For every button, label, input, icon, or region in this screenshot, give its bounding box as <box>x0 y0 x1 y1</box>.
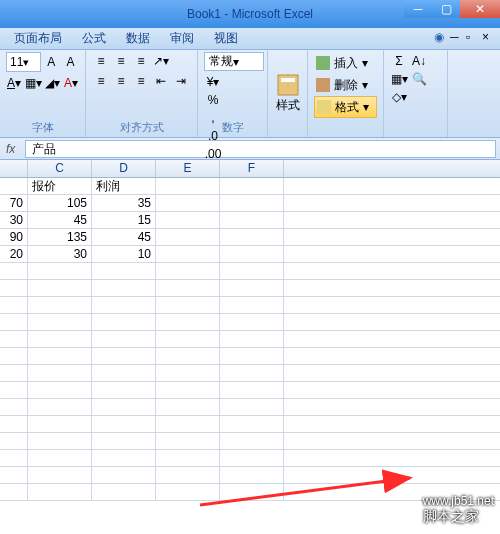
indent-right-icon[interactable]: ⇥ <box>172 72 190 90</box>
align-center-icon[interactable]: ≡ <box>112 72 130 90</box>
table-row[interactable] <box>0 467 500 484</box>
close-workbook-icon[interactable]: × <box>482 30 496 44</box>
align-middle-icon[interactable]: ≡ <box>112 52 130 70</box>
col-f[interactable]: F <box>220 160 284 177</box>
table-row[interactable] <box>0 382 500 399</box>
table-row[interactable] <box>0 331 500 348</box>
tab-view[interactable]: 视图 <box>204 27 248 50</box>
table-row[interactable]: 报价 利润 <box>0 178 500 195</box>
table-row[interactable] <box>0 297 500 314</box>
svg-rect-4 <box>317 100 331 114</box>
align-right-icon[interactable]: ≡ <box>132 72 150 90</box>
number-group: 常规 ▾ ¥▾ % , .0 .00 数字 <box>198 50 268 137</box>
tab-review[interactable]: 审阅 <box>160 27 204 50</box>
watermark: www.jb51.net 脚本之家 <box>423 494 494 526</box>
styles-icon <box>276 73 300 97</box>
title-bar: Book1 - Microsoft Excel ─ ▢ ✕ <box>0 0 500 28</box>
orientation-icon[interactable]: ↗▾ <box>152 52 170 70</box>
window-title: Book1 - Microsoft Excel <box>187 7 313 21</box>
table-row[interactable]: 7010535 <box>0 195 500 212</box>
editing-group: ΣA↓ ▦▾🔍 ◇▾ <box>384 50 448 137</box>
maximize-button[interactable]: ▢ <box>432 0 460 18</box>
table-row[interactable]: 9013545 <box>0 229 500 246</box>
close-button[interactable]: ✕ <box>460 0 500 18</box>
col-d[interactable]: D <box>92 160 156 177</box>
tab-pagelayout[interactable]: 页面布局 <box>4 27 72 50</box>
autosum-icon[interactable]: Σ <box>390 52 408 70</box>
delete-icon <box>316 78 330 92</box>
shrink-font-icon[interactable]: A <box>62 53 79 71</box>
number-group-label: 数字 <box>198 120 267 135</box>
minimize-ribbon-icon[interactable]: ─ <box>450 30 464 44</box>
percent-icon[interactable]: % <box>204 91 222 109</box>
table-row[interactable] <box>0 416 500 433</box>
align-bottom-icon[interactable]: ≡ <box>132 52 150 70</box>
indent-left-icon[interactable]: ⇤ <box>152 72 170 90</box>
align-left-icon[interactable]: ≡ <box>92 72 110 90</box>
fx-icon[interactable]: fx <box>0 142 21 156</box>
col-e[interactable]: E <box>156 160 220 177</box>
table-row[interactable] <box>0 263 500 280</box>
table-row[interactable] <box>0 314 500 331</box>
svg-rect-2 <box>316 56 330 70</box>
sort-icon[interactable]: A↓ <box>410 52 428 70</box>
font-group: 11 ▾ A A A▾ ▦▾ ◢▾ A▾ 字体 <box>0 50 86 137</box>
font-color-icon[interactable]: A▾ <box>63 74 79 92</box>
table-row[interactable] <box>0 433 500 450</box>
fill-icon[interactable]: ▦▾ <box>390 70 408 88</box>
table-row[interactable]: 203010 <box>0 246 500 263</box>
grow-font-icon[interactable]: A <box>43 53 60 71</box>
column-headers: C D E F <box>0 160 500 178</box>
format-icon <box>317 100 331 114</box>
restore-window-icon[interactable]: ▫ <box>466 30 480 44</box>
minimize-button[interactable]: ─ <box>404 0 432 18</box>
clear-icon[interactable]: ◇▾ <box>390 88 408 106</box>
align-group: ≡ ≡ ≡ ↗▾ ≡ ≡ ≡ ⇤ ⇥ 对齐方式 <box>86 50 198 137</box>
table-row[interactable] <box>0 348 500 365</box>
tab-formulas[interactable]: 公式 <box>72 27 116 50</box>
cells-group: 插入 ▾ 删除 ▾ 格式 ▾ <box>308 50 384 137</box>
currency-icon[interactable]: ¥▾ <box>204 73 222 91</box>
ribbon-tabs: 页面布局 公式 数据 审阅 视图 ◉ ─ ▫ × <box>0 28 500 50</box>
ribbon: 11 ▾ A A A▾ ▦▾ ◢▾ A▾ 字体 ≡ ≡ ≡ ↗▾ ≡ ≡ ≡ ⇤… <box>0 50 500 138</box>
fill-color-icon[interactable]: ◢▾ <box>44 74 61 92</box>
table-row[interactable]: 304515 <box>0 212 500 229</box>
table-row[interactable] <box>0 280 500 297</box>
find-icon[interactable]: 🔍 <box>410 70 428 88</box>
font-size-combo[interactable]: 11 ▾ <box>6 52 41 72</box>
underline-icon[interactable]: A▾ <box>6 74 22 92</box>
col-c[interactable]: C <box>28 160 92 177</box>
styles-group: 样式 <box>268 50 308 137</box>
font-group-label: 字体 <box>0 120 85 135</box>
delete-cells-button[interactable]: 删除 ▾ <box>314 74 377 96</box>
svg-rect-3 <box>316 78 330 92</box>
table-row[interactable] <box>0 450 500 467</box>
worksheet[interactable]: C D E F 报价 利润 7010535 304515 9013545 203… <box>0 160 500 501</box>
svg-rect-1 <box>281 78 295 82</box>
insert-cells-button[interactable]: 插入 ▾ <box>314 52 377 74</box>
border-icon[interactable]: ▦▾ <box>24 74 42 92</box>
insert-icon <box>316 56 330 70</box>
number-format-combo[interactable]: 常规 ▾ <box>204 52 264 71</box>
table-row[interactable] <box>0 365 500 382</box>
align-group-label: 对齐方式 <box>86 120 197 135</box>
table-row[interactable] <box>0 399 500 416</box>
format-cells-button[interactable]: 格式 ▾ <box>314 96 377 118</box>
align-top-icon[interactable]: ≡ <box>92 52 110 70</box>
styles-button[interactable]: 样式 <box>272 69 304 119</box>
help-icon[interactable]: ◉ <box>434 30 448 44</box>
tab-data[interactable]: 数据 <box>116 27 160 50</box>
